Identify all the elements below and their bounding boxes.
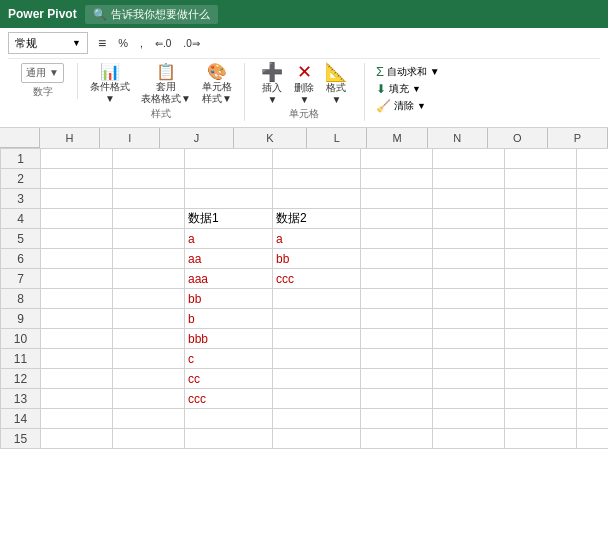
cell-r1-L[interactable]: [361, 149, 433, 169]
cell-r2-L[interactable]: [361, 169, 433, 189]
cell-r11-I[interactable]: [113, 349, 185, 369]
cell-r7-H[interactable]: [41, 269, 113, 289]
search-box[interactable]: 🔍 告诉我你想要做什么: [85, 5, 218, 24]
cell-r12-N[interactable]: [505, 369, 577, 389]
cell-r3-M[interactable]: [433, 189, 505, 209]
cell-r3-K[interactable]: [273, 189, 361, 209]
cell-r11-L[interactable]: [361, 349, 433, 369]
cell-r4-L[interactable]: [361, 209, 433, 229]
cell-r13-I[interactable]: [113, 389, 185, 409]
cell-r4-K[interactable]: 数据2: [273, 209, 361, 229]
format-btn[interactable]: 📐 格式▼: [321, 63, 351, 105]
cell-r13-H[interactable]: [41, 389, 113, 409]
cell-r1-N[interactable]: [505, 149, 577, 169]
cell-r5-J[interactable]: a: [185, 229, 273, 249]
cell-r14-K[interactable]: [273, 409, 361, 429]
cell-r15-O[interactable]: [577, 429, 609, 449]
cell-r8-M[interactable]: [433, 289, 505, 309]
col-header-J[interactable]: J: [160, 128, 233, 148]
cell-r4-H[interactable]: [41, 209, 113, 229]
row-num-1[interactable]: 1: [1, 149, 41, 169]
cell-r8-O[interactable]: [577, 289, 609, 309]
cell-r2-N[interactable]: [505, 169, 577, 189]
cell-r15-L[interactable]: [361, 429, 433, 449]
cell-r10-N[interactable]: [505, 329, 577, 349]
cell-r10-I[interactable]: [113, 329, 185, 349]
cell-r9-H[interactable]: [41, 309, 113, 329]
cell-r6-O[interactable]: [577, 249, 609, 269]
cell-r11-J[interactable]: c: [185, 349, 273, 369]
cell-r12-O[interactable]: [577, 369, 609, 389]
grid-container[interactable]: 1234数据1数据25aa6aabb7aaaccc8bb9b10bbb11c12…: [0, 148, 608, 539]
cell-r14-M[interactable]: [433, 409, 505, 429]
row-num-6[interactable]: 6: [1, 249, 41, 269]
cell-r2-K[interactable]: [273, 169, 361, 189]
col-header-P[interactable]: P: [548, 128, 608, 148]
cell-r1-H[interactable]: [41, 149, 113, 169]
cell-r14-O[interactable]: [577, 409, 609, 429]
cell-r10-O[interactable]: [577, 329, 609, 349]
decrease-decimal-icon[interactable]: ⇐.0: [153, 37, 173, 50]
cell-r15-M[interactable]: [433, 429, 505, 449]
font-dropdown-icon[interactable]: ▼: [72, 38, 81, 48]
cell-r1-K[interactable]: [273, 149, 361, 169]
autosum-btn[interactable]: Σ Σ 自动求和 自动求和 ▼: [373, 63, 443, 80]
percent-icon[interactable]: %: [116, 36, 130, 50]
cell-r4-I[interactable]: [113, 209, 185, 229]
row-num-2[interactable]: 2: [1, 169, 41, 189]
col-header-M[interactable]: M: [367, 128, 427, 148]
cell-r2-O[interactable]: [577, 169, 609, 189]
cell-r4-N[interactable]: [505, 209, 577, 229]
row-num-11[interactable]: 11: [1, 349, 41, 369]
cell-r11-N[interactable]: [505, 349, 577, 369]
comma-icon[interactable]: ,: [138, 36, 145, 50]
cell-r9-N[interactable]: [505, 309, 577, 329]
cell-r4-O[interactable]: [577, 209, 609, 229]
cell-r5-H[interactable]: [41, 229, 113, 249]
row-num-5[interactable]: 5: [1, 229, 41, 249]
cell-r8-J[interactable]: bb: [185, 289, 273, 309]
conditional-format-btn[interactable]: 📊 条件格式▼: [86, 63, 134, 105]
cell-r7-K[interactable]: ccc: [273, 269, 361, 289]
cell-r10-L[interactable]: [361, 329, 433, 349]
cell-style-btn[interactable]: 🎨 单元格样式▼: [198, 63, 236, 105]
row-num-4[interactable]: 4: [1, 209, 41, 229]
cell-r13-K[interactable]: [273, 389, 361, 409]
cell-r15-J[interactable]: [185, 429, 273, 449]
cell-r12-M[interactable]: [433, 369, 505, 389]
cell-r5-L[interactable]: [361, 229, 433, 249]
cell-r6-J[interactable]: aa: [185, 249, 273, 269]
cell-r9-J[interactable]: b: [185, 309, 273, 329]
cell-r10-M[interactable]: [433, 329, 505, 349]
cell-r12-L[interactable]: [361, 369, 433, 389]
cell-r9-I[interactable]: [113, 309, 185, 329]
row-num-13[interactable]: 13: [1, 389, 41, 409]
cell-r2-H[interactable]: [41, 169, 113, 189]
cell-r11-K[interactable]: [273, 349, 361, 369]
cell-r2-I[interactable]: [113, 169, 185, 189]
cell-r8-L[interactable]: [361, 289, 433, 309]
cell-r11-O[interactable]: [577, 349, 609, 369]
cell-r7-J[interactable]: aaa: [185, 269, 273, 289]
cell-r14-I[interactable]: [113, 409, 185, 429]
cell-r5-I[interactable]: [113, 229, 185, 249]
cell-r8-N[interactable]: [505, 289, 577, 309]
cell-r15-K[interactable]: [273, 429, 361, 449]
cell-r10-H[interactable]: [41, 329, 113, 349]
row-num-7[interactable]: 7: [1, 269, 41, 289]
cell-r12-K[interactable]: [273, 369, 361, 389]
cell-r8-K[interactable]: [273, 289, 361, 309]
cell-r13-M[interactable]: [433, 389, 505, 409]
col-header-N[interactable]: N: [428, 128, 488, 148]
cell-r1-I[interactable]: [113, 149, 185, 169]
row-num-12[interactable]: 12: [1, 369, 41, 389]
cell-r6-I[interactable]: [113, 249, 185, 269]
cell-r8-H[interactable]: [41, 289, 113, 309]
cell-r12-J[interactable]: cc: [185, 369, 273, 389]
cell-r13-O[interactable]: [577, 389, 609, 409]
cell-r6-L[interactable]: [361, 249, 433, 269]
cell-r12-I[interactable]: [113, 369, 185, 389]
cell-r5-O[interactable]: [577, 229, 609, 249]
cell-r11-H[interactable]: [41, 349, 113, 369]
cell-r3-N[interactable]: [505, 189, 577, 209]
